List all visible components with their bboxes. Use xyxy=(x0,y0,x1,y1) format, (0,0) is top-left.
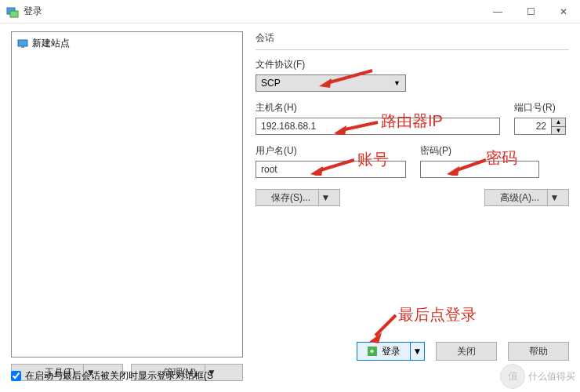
watermark: 值 什么值得买 xyxy=(500,364,575,389)
password-input[interactable] xyxy=(420,161,539,178)
titlebar: 登录 — ☐ ✕ xyxy=(0,0,580,24)
username-input[interactable] xyxy=(256,161,406,178)
checkbox-label: 在启动与最后会话被关闭时显示登录对话框(S xyxy=(25,369,213,383)
chevron-down-icon: ▼ xyxy=(393,79,401,87)
advanced-button[interactable]: 高级(A)... ▼ xyxy=(484,189,569,206)
show-on-startup-checkbox[interactable]: 在启动与最后会话被关闭时显示登录对话框(S xyxy=(11,369,213,383)
port-label: 端口号(R) xyxy=(514,101,569,114)
checkbox-input[interactable] xyxy=(11,371,21,381)
app-icon xyxy=(6,5,19,18)
watermark-icon: 值 xyxy=(500,364,525,389)
svg-rect-2 xyxy=(18,40,27,46)
save-button[interactable]: 保存(S)... ▼ xyxy=(256,189,340,206)
login-icon xyxy=(367,346,378,357)
chevron-down-icon: ▼ xyxy=(318,190,332,205)
spin-down-icon[interactable]: ▼ xyxy=(552,127,565,135)
chevron-down-icon: ▼ xyxy=(410,343,424,360)
password-label: 密码(P) xyxy=(420,144,539,158)
minimize-button[interactable]: — xyxy=(481,0,514,24)
sites-list[interactable]: 新建站点 xyxy=(11,31,243,358)
site-item-label: 新建站点 xyxy=(32,37,70,50)
monitor-icon xyxy=(17,38,28,49)
sites-panel: 新建站点 工具(T) ▼ 管理(M) ▼ xyxy=(11,31,243,381)
protocol-label: 文件协议(F) xyxy=(256,58,569,71)
svg-rect-3 xyxy=(21,46,24,48)
login-button[interactable]: 登录 ▼ xyxy=(357,342,425,361)
port-input[interactable] xyxy=(514,118,552,135)
svg-rect-1 xyxy=(10,11,18,17)
window-title: 登录 xyxy=(24,5,481,18)
port-spinner[interactable]: ▲▼ xyxy=(514,118,569,135)
spin-up-icon[interactable]: ▲ xyxy=(552,118,565,127)
host-input[interactable] xyxy=(256,118,500,135)
session-group-title: 会话 xyxy=(256,31,569,45)
close-window-button[interactable]: ✕ xyxy=(547,0,580,24)
help-button[interactable]: 帮助 xyxy=(508,342,569,361)
protocol-select[interactable]: SCP ▼ xyxy=(256,74,406,92)
user-label: 用户名(U) xyxy=(256,144,406,158)
host-label: 主机名(H) xyxy=(256,101,500,114)
chevron-down-icon: ▼ xyxy=(547,190,561,205)
session-panel: 会话 文件协议(F) SCP ▼ 主机名(H) 端口号(R) ▲▼ xyxy=(256,31,569,381)
site-item-new[interactable]: 新建站点 xyxy=(15,35,239,52)
bottom-bar: 登录 ▼ 关闭 帮助 xyxy=(0,342,580,361)
close-button[interactable]: 关闭 xyxy=(436,342,497,361)
maximize-button[interactable]: ☐ xyxy=(514,0,547,24)
